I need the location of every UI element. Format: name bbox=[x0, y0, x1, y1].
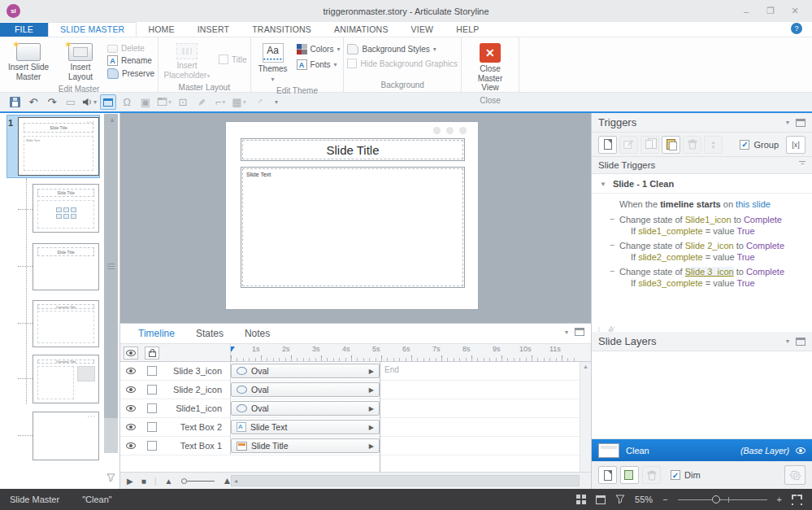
align-icon[interactable]: ⌐▾ bbox=[212, 94, 228, 110]
eye-icon[interactable] bbox=[126, 405, 136, 412]
lock-checkbox[interactable] bbox=[147, 366, 157, 376]
eye-icon[interactable] bbox=[126, 442, 136, 449]
symbol-omega-icon[interactable]: Ω bbox=[119, 94, 135, 110]
copy-trigger-button[interactable] bbox=[640, 136, 659, 154]
tab-transitions[interactable]: TRANSITIONS bbox=[241, 23, 323, 37]
thumbnail-master[interactable]: ● ● ● Slide Title Slide Text bbox=[18, 117, 99, 176]
insert-slide-master-button[interactable]: ✶ Insert Slide Master bbox=[3, 40, 54, 83]
preview-panel-icon[interactable] bbox=[100, 94, 116, 110]
insert-layout-button[interactable]: ✶ Insert Layout bbox=[55, 40, 106, 83]
timeline-ruler[interactable]: 1s 2s 3s 4s 5s 6s 7s 8s 9s 10s 11s bbox=[231, 344, 580, 361]
trigger-condition[interactable]: If slide1_complete = value True bbox=[592, 224, 812, 237]
thumbnail-layout-title[interactable]: Slide Title bbox=[33, 243, 99, 290]
redo-icon[interactable]: ↷ bbox=[44, 94, 60, 110]
slide-master-stage[interactable]: Slide Title Slide Text bbox=[226, 122, 478, 309]
trigger-when-line[interactable]: When the timeline starts on this slide bbox=[592, 194, 812, 211]
maximize-button[interactable]: ❐ bbox=[760, 4, 781, 19]
timeline-bar[interactable]: Oval▶ bbox=[231, 382, 380, 397]
timeline-bar[interactable]: Slide Title▶ bbox=[231, 438, 380, 453]
fit-to-window-icon[interactable] bbox=[792, 495, 802, 505]
picture-icon[interactable]: 🗔▾ bbox=[156, 94, 172, 110]
themes-button[interactable]: Aa●●●●●● Themes▾ bbox=[254, 40, 292, 85]
this-slide-link[interactable]: this slide bbox=[736, 199, 771, 209]
eye-icon[interactable] bbox=[126, 424, 136, 430]
trigger-condition[interactable]: If slide3_complete = value True bbox=[592, 277, 812, 289]
undo-icon[interactable]: ↶ bbox=[25, 94, 41, 110]
sidebar-collapse-icon[interactable]: ▲ bbox=[109, 116, 115, 124]
crop-icon[interactable]: ⊡ bbox=[175, 94, 191, 110]
timeline-bar[interactable]: ASlide Text▶ bbox=[231, 420, 380, 434]
close-master-view-button[interactable]: ✕ Close Master View bbox=[465, 40, 515, 94]
timeline-row[interactable]: Slide 3_icon End Oval▶ bbox=[120, 362, 591, 381]
chevron-down-icon[interactable]: ▼ bbox=[600, 181, 606, 188]
insert-placeholder-button[interactable]: Insert Placeholder▾ bbox=[162, 40, 212, 81]
preview-funnel-icon[interactable] bbox=[615, 495, 625, 504]
delete-button[interactable]: Delete bbox=[107, 44, 154, 53]
lock-checkbox[interactable] bbox=[147, 441, 157, 451]
playhead[interactable] bbox=[231, 347, 235, 356]
tab-animations[interactable]: ANIMATIONS bbox=[323, 23, 400, 37]
story-view-icon[interactable] bbox=[576, 495, 586, 504]
tab-notes[interactable]: Notes bbox=[245, 328, 270, 339]
zoom-in-icon[interactable]: + bbox=[777, 495, 782, 504]
paste-trigger-button[interactable] bbox=[662, 136, 680, 154]
reorder-trigger-button[interactable]: ▲▼ bbox=[704, 136, 723, 154]
group-checkbox[interactable]: Group bbox=[740, 140, 779, 150]
text-placeholder[interactable]: Slide Text bbox=[241, 167, 465, 288]
edit-icon[interactable] bbox=[193, 94, 210, 110]
zoom-slider[interactable] bbox=[678, 499, 767, 500]
save-icon[interactable] bbox=[7, 94, 23, 110]
title-checkbox[interactable]: Title bbox=[219, 54, 247, 64]
close-button[interactable]: ✕ bbox=[784, 4, 805, 19]
object-link-hovered[interactable]: Slide 3_icon bbox=[685, 267, 734, 277]
tab-view[interactable]: VIEW bbox=[400, 23, 445, 37]
lock-checkbox[interactable] bbox=[147, 422, 157, 432]
group-icon[interactable]: ▦▾ bbox=[231, 94, 247, 110]
trigger-item[interactable]: −Change state of Slide1_icon to Complete bbox=[592, 211, 812, 224]
thumbnail-layout-question[interactable]: Question Title bbox=[33, 300, 99, 347]
audio-icon[interactable]: ▾ bbox=[81, 94, 98, 110]
new-trigger-button[interactable] bbox=[598, 136, 617, 154]
eye-icon[interactable] bbox=[126, 368, 136, 374]
rename-button[interactable]: ARename bbox=[107, 55, 154, 66]
object-link[interactable]: Slide1_icon bbox=[685, 215, 732, 224]
slide-view-icon[interactable] bbox=[596, 495, 606, 504]
show-all-button[interactable] bbox=[124, 347, 138, 360]
delete-trigger-button[interactable] bbox=[683, 136, 701, 154]
trigger-group-slide1[interactable]: ▼ Slide - 1 Clean bbox=[592, 174, 812, 194]
lock-all-button[interactable] bbox=[145, 347, 159, 360]
tab-file[interactable]: FILE bbox=[0, 23, 48, 37]
object-link[interactable]: Slide 2_icon bbox=[685, 241, 734, 251]
triggers-menu-icon[interactable]: ▾ bbox=[786, 119, 789, 126]
format-painter-icon[interactable] bbox=[250, 94, 266, 110]
tab-insert[interactable]: INSERT bbox=[186, 23, 241, 37]
fonts-button[interactable]: AFonts▾ bbox=[297, 59, 341, 70]
thumbnail-layout-question-media[interactable]: Question Title bbox=[33, 355, 99, 403]
timeline-zoom-slider[interactable] bbox=[181, 478, 215, 484]
tab-help[interactable]: HELP bbox=[445, 23, 490, 37]
layer-visible-eye-icon[interactable] bbox=[796, 447, 805, 454]
new-layer-button[interactable] bbox=[598, 466, 617, 484]
undock-panel-icon[interactable] bbox=[575, 328, 584, 336]
minimize-button[interactable]: – bbox=[736, 4, 757, 19]
tab-states[interactable]: States bbox=[196, 328, 224, 339]
rename-icon[interactable]: ▭ bbox=[63, 94, 79, 110]
timeline-row[interactable]: Text Box 2 ASlide Text▶ bbox=[120, 418, 591, 437]
help-icon[interactable]: ? bbox=[791, 23, 802, 34]
preserve-button[interactable]: Preserve bbox=[107, 68, 154, 79]
title-placeholder[interactable]: Slide Title bbox=[241, 138, 465, 161]
layer-row-clean[interactable]: Clean (Base Layer) bbox=[592, 439, 812, 461]
timeline-row[interactable]: Text Box 1 Slide Title▶ bbox=[120, 437, 591, 456]
trigger-item[interactable]: −Change state of Slide 3_icon to Complet… bbox=[592, 263, 812, 277]
manage-variables-button[interactable]: [x] bbox=[786, 136, 805, 154]
eye-icon[interactable] bbox=[126, 386, 136, 393]
record-icon[interactable]: ▣ bbox=[137, 94, 154, 110]
undock-panel-icon[interactable] bbox=[796, 338, 805, 346]
colors-button[interactable]: Colors▾ bbox=[297, 44, 341, 54]
hide-background-graphics-checkbox[interactable]: Hide Background Graphics bbox=[347, 59, 458, 68]
lock-checkbox[interactable] bbox=[147, 403, 157, 413]
trigger-item[interactable]: −Change state of Slide 2_icon to Complet… bbox=[592, 237, 812, 251]
delete-layer-button[interactable] bbox=[642, 466, 661, 484]
zoom-out-timeline-icon[interactable]: ▲ bbox=[165, 477, 173, 486]
layers-menu-icon[interactable]: ▾ bbox=[786, 338, 789, 345]
